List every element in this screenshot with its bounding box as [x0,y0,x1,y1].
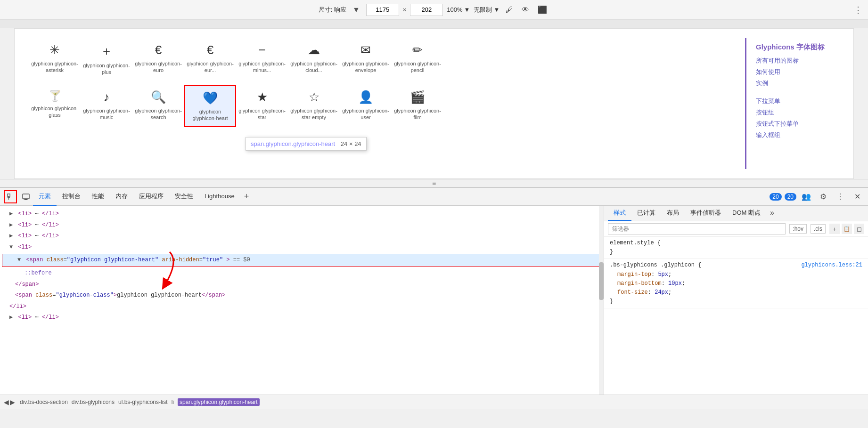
code-line-li5[interactable]: ▶ <li> ⋯ </li> [0,312,604,323]
code-line-span-class[interactable]: <span class="glyphicon-class">glyphicon … [0,290,604,301]
dropdown-icon[interactable]: ▼ [352,6,360,14]
code-line-close-span[interactable]: </span> [0,279,604,291]
music-symbol: ♪ [104,90,110,105]
value-margin-top: 5px [658,271,668,278]
icon-euro1[interactable]: € glyphicon glyphicon-euro [132,38,184,81]
icon-heart[interactable]: 💙 glyphicon glyphicon-heart [184,85,236,128]
sidebar-link-all[interactable]: 所有可用的图标 [756,57,839,65]
screenshot-icon[interactable]: 👁 [522,6,529,14]
breadcrumb-bs-glyphicons[interactable]: div.bs-glyphicons [72,399,115,405]
css-source-link[interactable]: glyphicons.less:21 [801,261,862,270]
sidebar-link-input[interactable]: 输入框组 [756,131,839,139]
tab-performance[interactable]: 性能 [86,188,110,206]
width-input[interactable] [366,4,399,16]
tab-computed[interactable]: 已计算 [631,206,661,221]
code-line-li4[interactable]: ▼ <li> [0,242,604,253]
zoom-dropdown[interactable]: 100% ▼ [447,6,470,13]
breadcrumb-span-heart[interactable]: span.glyphicon.glyphicon-heart [178,398,259,406]
tab-lighthouse[interactable]: Lighthouse [199,188,240,206]
minus-symbol: − [258,43,265,57]
filter-input[interactable] [608,223,786,234]
icon-minus[interactable]: − glyphicon glyphicon-minus... [236,38,288,81]
tab-layout[interactable]: 布局 [661,206,685,221]
styles-tab-more[interactable]: » [766,206,778,221]
icon-star[interactable]: ★ glyphicon glyphicon-star [236,85,288,128]
cls-button[interactable]: .cls [811,224,826,234]
breadcrumb-nav: ◀ ▶ [4,398,15,406]
euro1-label: glyphicon glyphicon-euro [135,60,182,74]
arrow-icon: ▶ [9,210,13,217]
eyedropper-icon[interactable]: 🖋 [506,6,513,14]
icon-plus[interactable]: ＋ glyphicon glyphicon-plus [81,38,132,81]
breadcrumb-bs-docs[interactable]: div.bs-docs-section [20,399,68,405]
v-scrollbar-thumb[interactable] [599,262,604,300]
close-li5: </li> [42,314,59,321]
selector-text-1: element.style { [610,240,661,246]
gear-button[interactable]: ⚙ [816,190,830,204]
tab-elements[interactable]: 元素 [33,188,57,206]
responsive-button[interactable] [19,190,33,204]
copy-style-button[interactable]: 📋 [842,224,852,234]
tab-dom-breakpoints[interactable]: DOM 断点 [727,206,766,221]
tag-li1: <li> [18,210,32,217]
icon-pencil[interactable]: ✏ glyphicon glyphicon-pencil [392,38,443,81]
icon-envelope[interactable]: ✉ glyphicon glyphicon-envelope [340,38,392,81]
hov-button[interactable]: :hov [789,224,807,234]
icon-user[interactable]: 👤 glyphicon glyphicon-user [340,85,392,128]
sidebar-link-how[interactable]: 如何使用 [756,68,839,76]
icon-cloud[interactable]: ☁ glyphicon glyphicon-cloud... [288,38,340,81]
icon-search[interactable]: 🔍 glyphicon glyphicon-search [132,85,184,128]
tab-add-button[interactable]: + [240,190,253,203]
breadcrumb-forward-button[interactable]: ▶ [10,398,15,406]
tab-console[interactable]: 控制台 [57,188,86,206]
close-open-tag: > [114,292,117,299]
music-label: glyphicon glyphicon-music [83,107,130,121]
close-brace-1: } [610,249,613,255]
code-line-li1[interactable]: ▶ <li> ⋯ </li> [0,209,604,220]
right-sidebar: Glyphicons 字体图标 所有可用的图标 如何使用 实例 下拉菜单 按钮组… [745,38,839,169]
device-icon[interactable]: ⬛ [538,5,547,14]
size-label: 尺寸: 响应 [319,6,346,14]
code-line-span-heart[interactable]: ▼ <span class="glyphicon glyphicon-heart… [2,254,602,267]
toggle-style-button[interactable]: ◻ [854,224,864,234]
drag-handle[interactable]: ≡ [0,179,868,187]
limit-dropdown[interactable]: 无限制 ▼ [474,6,500,14]
breadcrumb-li[interactable]: li [172,399,174,405]
user-label: glyphicon glyphicon-user [342,107,389,121]
icon-film[interactable]: 🎬 glyphicon glyphicon-film [392,85,443,128]
tag-span2: span [18,292,32,299]
tab-styles[interactable]: 样式 [608,206,631,221]
icon-star-empty[interactable]: ☆ glyphicon glyphicon-star-empty [288,85,340,128]
sidebar-link-btngroup[interactable]: 按钮组 [756,108,839,117]
sidebar-link-btndropdown[interactable]: 按钮式下拉菜单 [756,120,839,128]
icon-music[interactable]: ♪ glyphicon glyphicon-music [81,85,132,128]
icon-glass[interactable]: 🍸 glyphicon glyphicon-glass [29,85,81,128]
tab-memory[interactable]: 内存 [110,188,133,206]
breadcrumb-ul[interactable]: ul.bs-glyphicons-list [118,399,168,405]
code-line-before[interactable]: ::before [0,268,604,279]
icon-euro2[interactable]: € glyphicon glyphicon-eur... [184,38,236,81]
sidebar-link-example[interactable]: 实例 [756,79,839,88]
height-input[interactable] [410,4,443,16]
sidebar-link-dropdown[interactable]: 下拉菜单 [756,97,839,105]
kebab-menu-button[interactable]: ⋮ [833,190,847,204]
tab-security[interactable]: 安全性 [169,188,199,206]
inspect-button[interactable] [4,190,17,203]
code-line-li3[interactable]: ▶ <li> ⋯ </li> [0,231,604,242]
code-line-li2[interactable]: ▶ <li> ⋯ </li> [0,220,604,231]
breadcrumb-back-button[interactable]: ◀ [4,398,9,406]
add-style-button[interactable]: + [829,224,840,234]
styles-panel: 样式 已计算 布局 事件侦听器 DOM 断点 » :hov .cls + 📋 ◻ [604,206,868,395]
close-button[interactable]: ✕ [850,190,864,204]
tab-event-listeners[interactable]: 事件侦听器 [685,206,727,221]
v-scrollbar[interactable] [599,206,604,395]
asterisk-label: glyphicon glyphicon-asterisk [31,60,78,74]
css-element-selector: element.style { [610,239,862,248]
more-options-button[interactable]: ⋮ [854,5,862,15]
zoom-dropdown-icon: ▼ [464,6,470,13]
tab-application[interactable]: 应用程序 [133,188,169,206]
code-line-close-li4[interactable]: </li> [0,301,604,313]
icon-asterisk[interactable]: ✳ glyphicon glyphicon-asterisk [29,38,81,81]
user-settings-button[interactable]: 👥 [799,190,813,204]
colon1: : [651,271,658,278]
